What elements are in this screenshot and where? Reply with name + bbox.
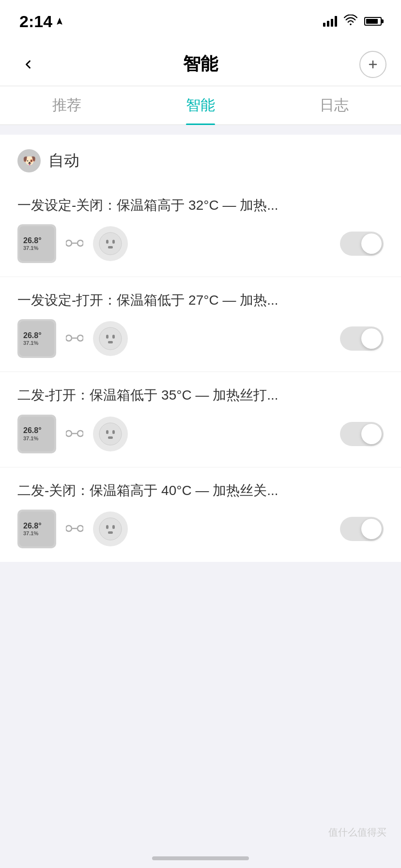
- svg-rect-2: [77, 240, 83, 246]
- automation-devices-3: 26.8° 37.1%: [17, 415, 384, 453]
- add-button[interactable]: [359, 51, 386, 78]
- automation-title-3: 二发-打开：保温箱低于 35°C — 加热丝打...: [17, 386, 384, 404]
- svg-rect-11: [112, 335, 115, 339]
- automation-title-4: 二发-关闭：保温箱高于 40°C — 加热丝关...: [17, 481, 384, 500]
- svg-rect-12: [108, 341, 113, 343]
- svg-point-3: [99, 232, 122, 255]
- watermark: 值什么值得买: [328, 826, 386, 839]
- svg-rect-1: [66, 240, 72, 246]
- toggle-switch-3[interactable]: [340, 422, 384, 446]
- link-icon-4: [66, 521, 83, 537]
- battery-icon: [364, 17, 382, 26]
- location-icon: [55, 17, 64, 26]
- nav-bar: 智能: [0, 43, 401, 86]
- thermometer-icon-1: 26.8° 37.1%: [17, 224, 56, 263]
- automation-devices-2: 26.8° 37.1%: [17, 319, 384, 358]
- automation-devices-4: 26.8° 37.1%: [17, 510, 384, 548]
- svg-point-15: [99, 423, 122, 445]
- section-title: 自动: [48, 150, 79, 171]
- tab-recommend[interactable]: 推荐: [0, 86, 134, 125]
- svg-rect-23: [112, 525, 115, 529]
- link-icon-2: [66, 331, 83, 346]
- tab-bar: 推荐 智能 日志: [0, 86, 401, 125]
- svg-rect-6: [108, 246, 113, 248]
- status-bar: 2:14: [0, 0, 401, 43]
- automation-devices-1: 26.8° 37.1%: [17, 224, 384, 263]
- svg-rect-18: [108, 436, 113, 439]
- svg-rect-13: [66, 431, 72, 436]
- svg-rect-10: [106, 335, 108, 339]
- automation-title-1: 一发设定-关闭：保温箱高于 32°C — 加热...: [17, 196, 384, 215]
- socket-icon-2: [93, 321, 128, 356]
- toggle-switch-4[interactable]: [340, 517, 384, 541]
- svg-rect-14: [77, 431, 83, 436]
- svg-rect-8: [77, 335, 83, 341]
- svg-point-9: [99, 327, 122, 350]
- tab-smart[interactable]: 智能: [134, 86, 267, 125]
- automation-title-2: 一发设定-打开：保温箱低于 27°C — 加热...: [17, 291, 384, 310]
- svg-rect-17: [112, 430, 115, 434]
- section-icon: 🐶: [17, 149, 41, 172]
- svg-rect-5: [112, 240, 115, 244]
- thermometer-icon-2: 26.8° 37.1%: [17, 319, 56, 358]
- svg-rect-22: [106, 525, 108, 529]
- back-button[interactable]: [15, 51, 42, 78]
- svg-rect-7: [66, 335, 72, 341]
- status-icons: [323, 15, 382, 28]
- svg-rect-20: [77, 526, 83, 531]
- thermometer-icon-3: 26.8° 37.1%: [17, 415, 56, 453]
- svg-point-21: [99, 518, 122, 540]
- thermometer-icon-4: 26.8° 37.1%: [17, 510, 56, 548]
- link-icon-1: [66, 236, 83, 251]
- svg-rect-16: [106, 430, 108, 434]
- svg-rect-19: [66, 526, 72, 531]
- svg-rect-4: [106, 240, 108, 244]
- automation-item-1: 一发设定-关闭：保温箱高于 32°C — 加热... 26.8° 37.1%: [0, 182, 401, 277]
- signal-icon: [323, 16, 337, 27]
- automation-item-4: 二发-关闭：保温箱高于 40°C — 加热丝关... 26.8° 37.1%: [0, 467, 401, 562]
- svg-point-0: [350, 24, 352, 25]
- link-icon-3: [66, 426, 83, 442]
- section-header: 🐶 自动: [0, 135, 401, 182]
- automation-list: 一发设定-关闭：保温箱高于 32°C — 加热... 26.8° 37.1%: [0, 182, 401, 562]
- socket-icon-1: [93, 226, 128, 261]
- socket-icon-4: [93, 512, 128, 546]
- status-time: 2:14: [19, 12, 64, 31]
- socket-icon-3: [93, 417, 128, 451]
- automation-item-3: 二发-打开：保温箱低于 35°C — 加热丝打... 26.8° 37.1%: [0, 372, 401, 467]
- svg-rect-24: [108, 531, 113, 534]
- page-title: 智能: [183, 52, 218, 76]
- bottom-area: [0, 562, 401, 852]
- home-indicator: [152, 856, 249, 860]
- toggle-switch-1[interactable]: [340, 232, 384, 256]
- tab-log[interactable]: 日志: [267, 86, 401, 125]
- automation-item-2: 一发设定-打开：保温箱低于 27°C — 加热... 26.8° 37.1%: [0, 277, 401, 372]
- toggle-switch-2[interactable]: [340, 326, 384, 351]
- wifi-icon: [344, 15, 357, 28]
- time-display: 2:14: [19, 12, 52, 31]
